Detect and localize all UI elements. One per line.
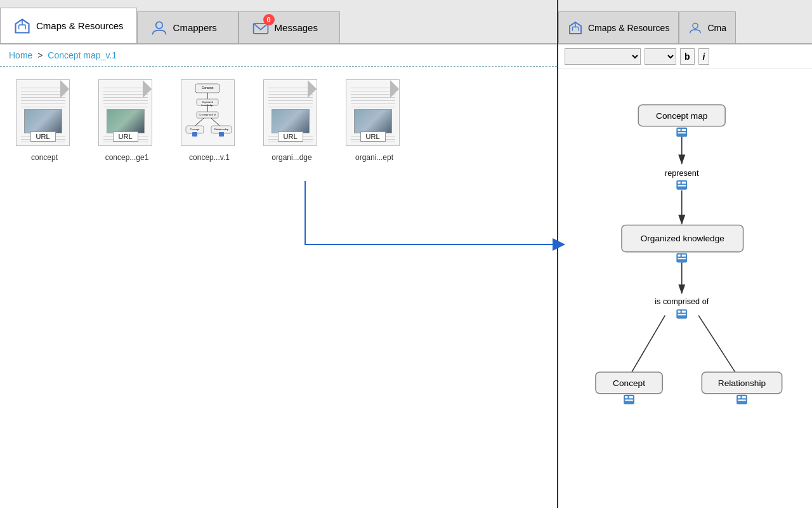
- svg-line-35: [698, 316, 735, 372]
- file-name-5: organi...ept: [355, 153, 393, 162]
- node-organized-knowledge-text: Organized knowledge: [641, 234, 724, 243]
- left-tab-bar: Cmaps & Resources Cmappers 0 Messages: [0, 0, 557, 44]
- file-thumb-4: URL: [263, 79, 320, 149]
- file-item-concept-ge1[interactable]: URL concep...ge1: [95, 79, 159, 162]
- messages-badge: 0: [263, 14, 275, 25]
- main-container: Cmaps & Resources Cmappers 0 Messages: [0, 0, 812, 508]
- node-represent-text: represent: [665, 169, 699, 178]
- svg-rect-44: [678, 258, 686, 259]
- breadcrumb-bar: Home > Concept map_v.1: [0, 44, 557, 67]
- file-area: URL concept URL: [0, 67, 557, 508]
- svg-rect-52: [742, 396, 745, 398]
- svg-rect-53: [738, 399, 746, 401]
- svg-point-29: [693, 23, 698, 28]
- right-tab-bar: Cmaps & Resources Cma: [558, 0, 812, 44]
- cmappers-icon: [150, 19, 168, 37]
- cmap-area: Concept map represent Organized knowledg…: [558, 69, 812, 508]
- file-item-organi-dge[interactable]: URL organi...dge: [260, 79, 324, 162]
- blue-vertical-line: [304, 181, 306, 244]
- node-concept-map-text: Concept map: [656, 111, 708, 121]
- right-tab-cmaps-label: Cmaps & Resources: [588, 23, 669, 33]
- tab-cmaps-resources[interactable]: Cmaps & Resources: [0, 8, 137, 43]
- svg-text:is comprised of: is comprised of: [199, 113, 216, 116]
- right-cma-icon: [688, 21, 702, 35]
- right-toolbar: b i: [558, 44, 812, 69]
- tab-messages[interactable]: 0 Messages: [239, 11, 340, 43]
- svg-text:Relationship: Relationship: [214, 128, 228, 131]
- breadcrumb-sep: >: [37, 50, 43, 60]
- file-thumb-3: Concept Organized knowledge is comprised…: [181, 79, 238, 149]
- tab-messages-label: Messages: [275, 22, 318, 33]
- svg-rect-40: [682, 182, 686, 184]
- svg-rect-39: [678, 182, 680, 184]
- font-size-select[interactable]: [645, 48, 676, 65]
- file-thumb-2: URL: [98, 79, 155, 149]
- svg-point-5: [155, 22, 162, 29]
- right-tab-cma-label: Cma: [707, 23, 726, 33]
- svg-rect-46: [682, 311, 686, 312]
- cmaps-icon: [13, 17, 31, 35]
- svg-rect-45: [678, 311, 680, 312]
- breadcrumb-home[interactable]: Home: [9, 50, 32, 60]
- bold-button[interactable]: b: [680, 48, 695, 65]
- svg-rect-23: [219, 132, 224, 137]
- file-name-4: organi...dge: [272, 153, 311, 162]
- concept-map-svg: Concept map represent Organized knowledg…: [558, 69, 812, 508]
- svg-rect-47: [678, 314, 686, 316]
- svg-text:Concept: Concept: [190, 128, 200, 131]
- svg-text:Concept: Concept: [201, 86, 213, 90]
- node-concept-text: Concept: [613, 378, 645, 388]
- breadcrumb-current[interactable]: Concept map_v.1: [48, 50, 117, 60]
- svg-rect-22: [192, 132, 197, 137]
- svg-rect-38: [678, 132, 686, 133]
- breadcrumb: Home > Concept map_v.1: [9, 50, 117, 60]
- file-name-2: concep...ge1: [105, 153, 149, 162]
- file-item-cmap[interactable]: Concept Organized knowledge is comprised…: [178, 79, 241, 162]
- right-panel: Cmaps & Resources Cma b i: [558, 0, 812, 508]
- svg-rect-42: [678, 255, 680, 257]
- svg-rect-36: [678, 129, 680, 131]
- mini-cmap-svg: Concept Organized knowledge is comprised…: [183, 83, 233, 143]
- node-relationship-text: Relationship: [718, 378, 766, 388]
- svg-rect-41: [678, 185, 686, 186]
- svg-rect-51: [738, 396, 740, 398]
- right-tab-cmaps[interactable]: Cmaps & Resources: [558, 11, 679, 43]
- file-thumb-1: URL: [16, 79, 73, 149]
- tab-cmaps-label: Cmaps & Resources: [36, 20, 124, 31]
- file-name-3: concep...v.1: [189, 153, 230, 162]
- right-cmaps-icon: [568, 20, 583, 36]
- tab-cmappers[interactable]: Cmappers: [137, 11, 239, 43]
- file-item-concept[interactable]: URL concept: [13, 79, 76, 162]
- svg-rect-50: [625, 399, 633, 401]
- svg-rect-48: [625, 396, 627, 398]
- blue-horizontal-line: [304, 244, 555, 245]
- italic-button[interactable]: i: [698, 48, 710, 65]
- font-family-select[interactable]: [565, 48, 641, 65]
- file-grid: URL concept URL: [13, 79, 544, 162]
- svg-rect-37: [682, 129, 686, 131]
- svg-line-34: [632, 316, 665, 372]
- tab-cmappers-label: Cmappers: [173, 22, 217, 33]
- right-tab-cma[interactable]: Cma: [679, 11, 736, 43]
- file-item-organi-ept[interactable]: URL organi...ept: [343, 79, 406, 162]
- file-name-1: concept: [31, 153, 58, 162]
- svg-line-17: [211, 118, 219, 126]
- node-is-comprised-text: is comprised of: [655, 297, 709, 306]
- svg-rect-43: [682, 255, 686, 257]
- svg-line-16: [195, 118, 204, 126]
- svg-rect-49: [629, 396, 633, 398]
- file-thumb-5: URL: [346, 79, 403, 149]
- left-panel: Cmaps & Resources Cmappers 0 Messages: [0, 0, 558, 508]
